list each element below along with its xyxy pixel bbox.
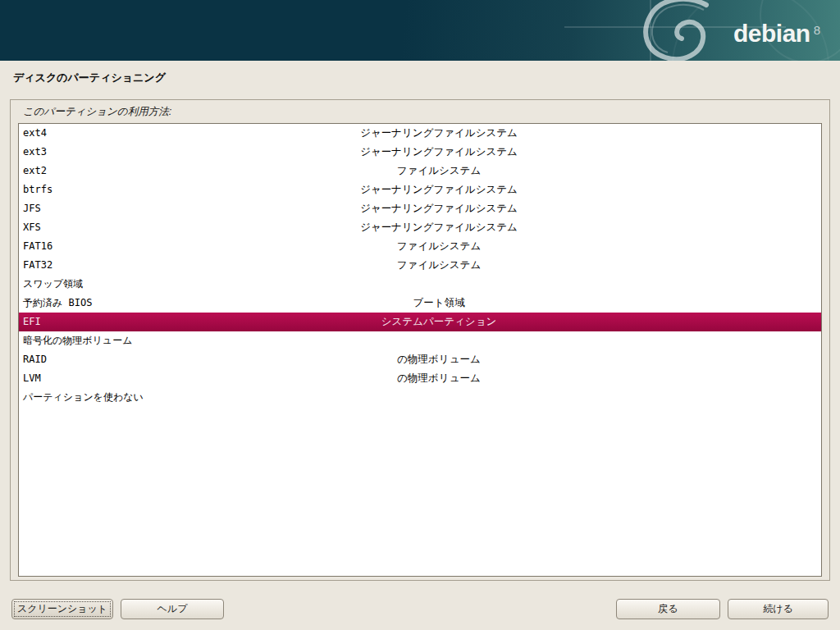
list-item[interactable]: FAT16ファイルシステム [19, 237, 821, 256]
list-item-name: ext3 [23, 143, 47, 162]
list-item-description: ジャーナリングファイルシステム [360, 143, 518, 162]
list-item-name: FAT16 [23, 237, 52, 256]
list-item[interactable]: スワップ領域 [19, 275, 821, 294]
header-banner: debian8 [0, 0, 840, 61]
list-item[interactable]: JFSジャーナリングファイルシステム [19, 199, 821, 218]
list-item-name: パーティションを使わない [23, 388, 144, 407]
list-item-description: ジャーナリングファイルシステム [360, 124, 518, 143]
partition-method-panel: このパーティションの利用方法: ext4ジャーナリングファイルシステムext3ジ… [10, 99, 830, 581]
list-item-description: ブート領域 [413, 294, 464, 313]
list-item-description: ジャーナリングファイルシステム [360, 218, 518, 237]
debian-logo: debian8 [733, 18, 820, 46]
list-item[interactable]: RAIDの物理ボリューム [19, 350, 821, 369]
page-title: ディスクのパーティショニング [13, 71, 166, 85]
back-button[interactable]: 戻る [616, 599, 720, 619]
list-item-name: btrfs [23, 180, 52, 199]
brand-text: debian [733, 20, 810, 47]
list-item-name: 暗号化の物理ボリューム [23, 331, 132, 350]
list-item[interactable]: ext3ジャーナリングファイルシステム [19, 143, 821, 162]
list-item[interactable]: EFIシステムパーティション [19, 313, 821, 331]
list-item-description: の物理ボリューム [397, 350, 480, 369]
list-item[interactable]: 予約済み BIOSブート領域 [19, 294, 821, 313]
list-item-name: JFS [23, 199, 41, 218]
list-item-description: ファイルシステム [397, 162, 481, 180]
list-item[interactable]: 暗号化の物理ボリューム [19, 331, 821, 350]
panel-label: このパーティションの利用方法: [23, 105, 171, 119]
screenshot-button[interactable]: スクリーンショット [11, 599, 113, 619]
list-item-name: EFI [23, 313, 41, 331]
list-item-name: スワップ領域 [23, 275, 83, 294]
list-item[interactable]: btrfsジャーナリングファイルシステム [19, 180, 821, 199]
list-item-description: の物理ボリューム [397, 369, 480, 388]
version-badge: 8 [814, 23, 820, 37]
list-item-description: ジャーナリングファイルシステム [360, 199, 518, 218]
list-item-name: 予約済み BIOS [23, 294, 92, 313]
list-item-description: ジャーナリングファイルシステム [360, 180, 518, 199]
list-item-name: LVM [23, 369, 41, 388]
list-item-name: FAT32 [23, 256, 52, 275]
list-item-name: RAID [23, 350, 47, 369]
list-item[interactable]: LVMの物理ボリューム [19, 369, 821, 388]
list-item-description: システムパーティション [381, 313, 496, 331]
list-item[interactable]: パーティションを使わない [19, 388, 821, 407]
help-button[interactable]: ヘルプ [121, 599, 224, 619]
list-item[interactable]: ext2ファイルシステム [19, 162, 821, 180]
list-item[interactable]: XFSジャーナリングファイルシステム [19, 218, 821, 237]
list-item-name: XFS [23, 218, 41, 237]
list-item-description: ファイルシステム [397, 256, 481, 275]
list-item[interactable]: FAT32ファイルシステム [19, 256, 821, 275]
list-item-name: ext4 [23, 124, 47, 143]
continue-button[interactable]: 続ける [728, 599, 829, 619]
header-decoration [0, 0, 840, 61]
partition-type-list[interactable]: ext4ジャーナリングファイルシステムext3ジャーナリングファイルシステムex… [18, 123, 822, 577]
list-item-description: ファイルシステム [397, 237, 481, 256]
list-item[interactable]: ext4ジャーナリングファイルシステム [19, 124, 821, 143]
list-item-name: ext2 [23, 162, 47, 180]
